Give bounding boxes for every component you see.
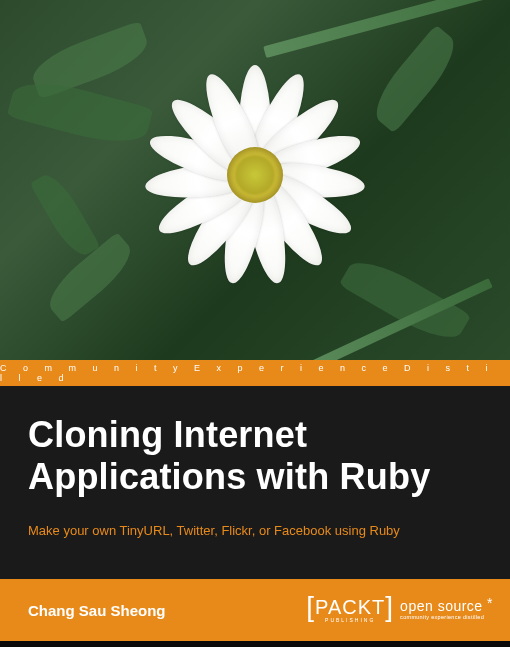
- packt-logo: [ PACKT ] PUBLISHING: [306, 597, 394, 623]
- book-cover: C o m m u n i t y E x p e r i e n c e D …: [0, 0, 510, 647]
- cover-photo: [0, 0, 510, 360]
- foliage: [263, 0, 510, 58]
- foliage: [365, 25, 465, 134]
- title-line: Applications with Ruby: [28, 456, 430, 497]
- author-name: Chang Sau Sheong: [28, 602, 166, 619]
- publisher-name: PACKT: [315, 597, 385, 617]
- bracket-icon: [: [306, 597, 315, 617]
- publisher-sub: PUBLISHING: [325, 618, 375, 623]
- brand-sub: community experience distilled: [400, 615, 484, 621]
- title-line: Cloning Internet: [28, 414, 307, 455]
- spacer: [0, 548, 510, 579]
- footer-bar: Chang Sau Sheong [ PACKT ] PUBLISHING op…: [0, 579, 510, 641]
- book-subtitle: Make your own TinyURL, Twitter, Flickr, …: [28, 523, 482, 538]
- bottom-shadow: [0, 641, 510, 647]
- bracket-icon: ]: [385, 597, 394, 617]
- title-block: Cloning Internet Applications with Ruby …: [0, 386, 510, 548]
- publisher-block: [ PACKT ] PUBLISHING open source communi…: [306, 597, 484, 623]
- brand-main: open source: [400, 599, 484, 613]
- book-title: Cloning Internet Applications with Ruby: [28, 414, 482, 499]
- open-source-label: open source community experience distill…: [400, 599, 484, 621]
- foliage: [30, 169, 101, 262]
- series-tagline: C o m m u n i t y E x p e r i e n c e D …: [0, 360, 510, 386]
